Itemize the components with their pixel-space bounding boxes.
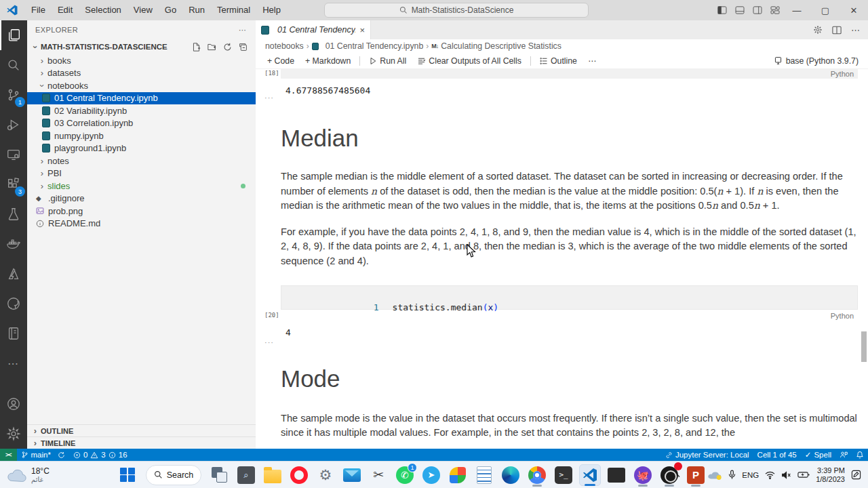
language-indicator[interactable]: ENG	[742, 471, 759, 479]
new-file-icon[interactable]	[192, 43, 201, 52]
notebook-scrollbar[interactable]	[861, 331, 867, 362]
activity-extensions[interactable]: 3	[0, 169, 27, 199]
outline-panel-header[interactable]: › OUTLINE	[27, 424, 256, 436]
volume-muted-icon[interactable]	[781, 471, 791, 479]
collapse-folders-icon[interactable]	[239, 43, 248, 52]
tree-file--gitignore[interactable]: ◆.gitignore	[27, 192, 256, 205]
notification-center-icon[interactable]	[851, 470, 861, 480]
tree-file-02-variability-ipynb[interactable]: 02 Variability.ipynb	[27, 104, 256, 117]
notebook-content[interactable]: [18] Python ··· 4.67788567485604 Median …	[256, 69, 868, 449]
taskbar-chrome-icon[interactable]	[526, 464, 548, 486]
tree-file-playground1-ipynb[interactable]: playground1.ipynb	[27, 142, 256, 155]
tab-central-tendency[interactable]: 01 Central Tendency.ipynb ×	[256, 20, 371, 39]
feedback-item[interactable]	[835, 449, 852, 461]
taskbar-snipping-tool-icon[interactable]: ✂	[368, 464, 389, 486]
activity-docker[interactable]	[0, 229, 27, 259]
cell-language-label[interactable]: Python	[831, 311, 854, 321]
minimize-button[interactable]: —	[783, 0, 811, 20]
command-center-search[interactable]: Math-Statistics-DataScience	[324, 3, 589, 18]
taskbar-obs-icon[interactable]	[658, 464, 680, 486]
close-tab-icon[interactable]: ×	[359, 25, 365, 35]
markdown-paragraph[interactable]: The sample median is the middle element …	[281, 169, 858, 214]
add-markdown-cell-button[interactable]: + Markdown	[300, 54, 355, 68]
git-branch-item[interactable]: main*	[17, 449, 69, 461]
taskbar-search-app-icon[interactable]: ⌕	[235, 464, 257, 486]
refresh-icon[interactable]	[223, 43, 232, 52]
split-editor-icon[interactable]	[832, 26, 842, 35]
activity-github[interactable]	[0, 289, 27, 319]
taskbar-windows-terminal-icon[interactable]: >_	[553, 464, 574, 486]
activity-azure[interactable]	[0, 259, 27, 289]
kernel-picker[interactable]: base (Python 3.9.7)	[774, 56, 868, 66]
taskbar-cmd-icon[interactable]	[606, 464, 627, 486]
toggle-panel-icon[interactable]	[735, 6, 745, 14]
toolbar-more-icon[interactable]: ⋯	[583, 54, 601, 68]
taskbar-colorful-app-icon[interactable]	[447, 464, 469, 486]
activity-remote-explorer[interactable]	[0, 140, 27, 169]
editor-more-actions-icon[interactable]: ⋯	[851, 25, 860, 35]
taskbar-powerpoint-icon[interactable]: P	[685, 464, 707, 486]
menu-edit[interactable]: Edit	[52, 0, 79, 20]
output-menu-icon[interactable]: ···	[264, 338, 274, 346]
taskbar-settings-app-icon[interactable]: ⚙	[315, 464, 336, 486]
taskbar-search[interactable]: Search	[143, 464, 204, 486]
taskbar-task-view-icon[interactable]	[209, 464, 231, 486]
jupyter-server-item[interactable]: Jupyter Server: Local	[661, 449, 753, 461]
tree-file-03-correlation-ipynb[interactable]: 03 Correlation.ipynb	[27, 117, 256, 130]
breadcrumb-file[interactable]: 01 Central Tendency.ipynb	[326, 41, 423, 51]
activity-source-control[interactable]: 1	[0, 80, 27, 110]
clear-outputs-button[interactable]: Clear Outputs of All Cells	[412, 54, 526, 68]
weather-widget[interactable]: 18°C غائم	[0, 466, 115, 483]
taskbar-edge-icon[interactable]	[500, 464, 521, 486]
taskbar-telegram-icon[interactable]: ➤	[420, 464, 442, 486]
run-all-button[interactable]: Run All	[364, 54, 411, 68]
battery-icon[interactable]	[797, 471, 810, 479]
breadcrumb-notebooks[interactable]: notebooks	[265, 41, 304, 51]
tree-folder-pbi[interactable]: ›PBI	[27, 167, 256, 180]
activity-search[interactable]	[0, 50, 27, 80]
menu-help[interactable]: Help	[256, 0, 287, 20]
maximize-button[interactable]: ▢	[811, 0, 840, 20]
microphone-icon[interactable]	[728, 470, 736, 480]
taskbar-start-icon[interactable]	[117, 464, 138, 486]
account-button[interactable]	[0, 389, 27, 419]
tree-folder-books[interactable]: ›books	[27, 54, 256, 67]
menu-file[interactable]: File	[25, 0, 52, 20]
remote-indicator[interactable]: ><	[0, 449, 17, 461]
taskbar-vscode-icon[interactable]	[579, 464, 601, 486]
menu-go[interactable]: Go	[159, 0, 182, 20]
problems-item[interactable]: 0 3 16	[69, 449, 132, 461]
project-root-row[interactable]: › MATH-STATISTICS-DATASCIENCE	[27, 39, 256, 54]
breadcrumb-section[interactable]: Calculating Descriptive Statistics	[441, 41, 561, 51]
manage-button[interactable]	[0, 419, 27, 449]
tree-folder-datasets[interactable]: ›datasets	[27, 67, 256, 80]
cell-language-label[interactable]: Python	[831, 69, 854, 79]
explorer-more-actions-icon[interactable]: ⋯	[239, 26, 248, 35]
activity-notebook[interactable]	[0, 319, 27, 348]
outline-button[interactable]: Outline	[535, 54, 582, 68]
timeline-panel-header[interactable]: › TIMELINE	[27, 436, 256, 449]
markdown-paragraph[interactable]: For example, if you have the data points…	[281, 225, 858, 269]
tree-file-prob-png[interactable]: prob.png	[27, 205, 256, 218]
cell-position-item[interactable]: Cell 1 of 45	[753, 449, 801, 461]
menu-view[interactable]: View	[127, 0, 159, 20]
activity-more[interactable]: ⋯	[0, 348, 27, 378]
close-button[interactable]: ✕	[840, 0, 868, 20]
toggle-secondary-sidebar-icon[interactable]	[753, 6, 762, 14]
taskbar-notepad-icon[interactable]	[473, 464, 495, 486]
menu-run[interactable]: Run	[182, 0, 211, 20]
menu-selection[interactable]: Selection	[79, 0, 127, 20]
wifi-icon[interactable]	[765, 471, 775, 479]
tree-file-readme-md[interactable]: README.md	[27, 218, 256, 230]
output-menu-icon[interactable]: ···	[264, 94, 274, 102]
taskbar-file-explorer-icon[interactable]	[262, 464, 283, 486]
editor-settings-gear-icon[interactable]	[813, 25, 823, 35]
markdown-heading-median[interactable]: Median	[281, 125, 858, 152]
toggle-sidebar-icon[interactable]	[717, 6, 727, 14]
markdown-heading-mode[interactable]: Mode	[281, 365, 858, 392]
tree-file-numpy-ipynb[interactable]: numpy.ipynb	[27, 129, 256, 142]
cloud-sync-icon[interactable]	[707, 470, 722, 480]
activity-testing[interactable]	[0, 199, 27, 229]
new-folder-icon[interactable]	[208, 43, 216, 52]
menu-terminal[interactable]: Terminal	[211, 0, 256, 20]
